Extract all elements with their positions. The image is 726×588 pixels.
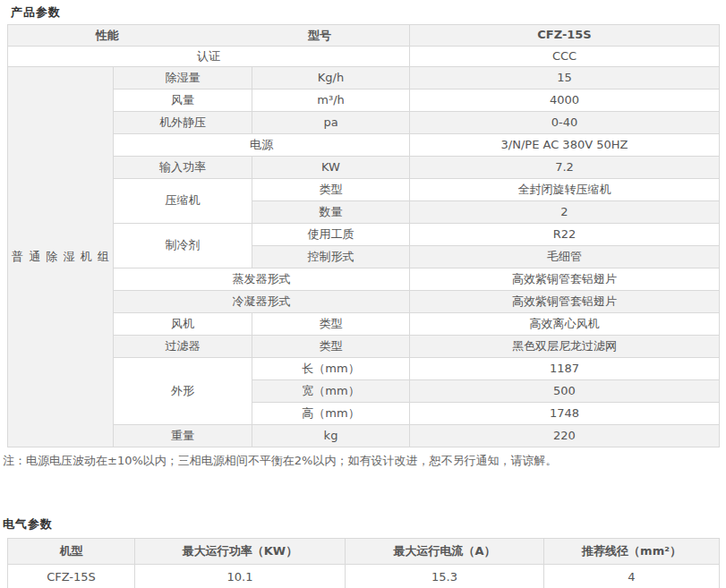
elec-header-max-current: 最大运行电流（A）: [346, 538, 544, 564]
compressor-type-value: 全封闭旋转压缩机: [410, 179, 720, 201]
electrical-header-row: 机型 最大运行功率（KW） 最大运行电流（A） 推荐线径（mm²）: [8, 538, 720, 564]
filter-value: 黑色双层尼龙过滤网: [410, 336, 720, 358]
elec-wire-size-value: 4: [544, 564, 720, 588]
compressor-qty-value: 2: [410, 201, 720, 224]
dims-length-label: 长（mm）: [252, 358, 410, 380]
cert-row: 认证 CCC: [8, 47, 720, 67]
dims-width-value: 500: [410, 380, 720, 403]
compressor-qty-label: 数量: [252, 201, 410, 224]
elec-header-wire-size: 推荐线径（mm²）: [544, 538, 720, 564]
input-power-value: 7.2: [410, 157, 720, 179]
row-weight: 重量 kg 220: [8, 425, 720, 447]
static-pressure-unit: pa: [252, 112, 410, 134]
fan-type-label: 类型: [252, 313, 410, 336]
row-static-pressure: 机外静压 pa 0-40: [8, 112, 720, 134]
elec-max-current-value: 15.3: [346, 564, 544, 588]
electrical-params-table: 机型 最大运行功率（KW） 最大运行电流（A） 推荐线径（mm²） CFZ-15…: [7, 538, 720, 588]
header-model-label: 型号: [308, 28, 331, 42]
condenser-name: 冷凝器形式: [114, 291, 410, 313]
evaporator-value: 高效紫铜管套铝翅片: [410, 268, 720, 291]
row-filter: 过滤器 类型 黑色双层尼龙过滤网: [8, 336, 720, 358]
electrical-data-row: CFZ-15S 10.1 15.3 4: [8, 564, 720, 588]
row-evaporator: 蒸发器形式 高效紫铜管套铝翅片: [8, 268, 720, 291]
dehumid-unit: Kg/h: [252, 67, 410, 89]
condenser-value: 高效紫铜管套铝翅片: [410, 291, 720, 313]
row-compressor-type: 压缩机 类型 全封闭旋转压缩机: [8, 179, 720, 201]
product-params-table: 性能 型号 CFZ-15S 认证 CCC 普 通 除 湿 机 组 整 机 性 能…: [7, 24, 720, 447]
airflow-unit: m³/h: [252, 89, 410, 112]
electrical-params-heading: 电气参数: [3, 516, 726, 533]
fan-value: 高效离心风机: [410, 313, 720, 336]
elec-model-value: CFZ-15S: [8, 564, 135, 588]
vertical-group-label: 普 通 除 湿 机 组 整 机 性 能: [8, 67, 114, 447]
row-airflow: 风量 m³/h 4000: [8, 89, 720, 112]
dims-height-label: 高（mm）: [252, 403, 410, 425]
airflow-value: 4000: [410, 89, 720, 112]
dehumid-value: 15: [410, 67, 720, 89]
cert-label: 认证: [8, 47, 410, 67]
filter-name: 过滤器: [114, 336, 252, 358]
fan-name: 风机: [114, 313, 252, 336]
dimensions-name: 外形: [114, 358, 252, 425]
input-power-unit: KW: [252, 157, 410, 179]
dims-height-value: 1748: [410, 403, 720, 425]
evaporator-name: 蒸发器形式: [114, 268, 410, 291]
row-refrigerant-medium: 制冷剂 使用工质 R22: [8, 224, 720, 246]
row-dehumid: 普 通 除 湿 机 组 整 机 性 能 除湿量 Kg/h 15: [8, 67, 720, 89]
power-supply-name: 电源: [114, 134, 410, 157]
compressor-type-label: 类型: [252, 179, 410, 201]
weight-unit: kg: [252, 425, 410, 447]
table-header-row: 性能 型号 CFZ-15S: [8, 25, 720, 47]
compressor-name: 压缩机: [114, 179, 252, 224]
input-power-name: 输入功率: [114, 157, 252, 179]
refrigerant-name: 制冷剂: [114, 224, 252, 268]
header-model-value: CFZ-15S: [410, 25, 720, 47]
power-supply-value: 3/N/PE AC 380V 50HZ: [410, 134, 720, 157]
airflow-name: 风量: [114, 89, 252, 112]
row-power-supply: 电源 3/N/PE AC 380V 50HZ: [8, 134, 720, 157]
refrigerant-medium-label: 使用工质: [252, 224, 410, 246]
dehumid-name: 除湿量: [114, 67, 252, 89]
product-params-heading: 产品参数: [11, 4, 726, 21]
refrigerant-control-label: 控制形式: [252, 246, 410, 268]
dims-length-value: 1187: [410, 358, 720, 380]
weight-name: 重量: [114, 425, 252, 447]
row-fan: 风机 类型 高效离心风机: [8, 313, 720, 336]
static-pressure-value: 0-40: [410, 112, 720, 134]
page: 产品参数 性能 型号 CFZ-15S 认证 CCC 普 通 除 湿 机 组 整 …: [0, 0, 726, 588]
cert-value: CCC: [410, 47, 720, 67]
elec-header-max-power: 最大运行功率（KW）: [135, 538, 346, 564]
elec-max-power-value: 10.1: [135, 564, 346, 588]
header-performance-label: 性能: [96, 28, 119, 42]
elec-header-model: 机型: [8, 538, 135, 564]
row-input-power: 输入功率 KW 7.2: [8, 157, 720, 179]
weight-value: 220: [410, 425, 720, 447]
refrigerant-control-value: 毛细管: [410, 246, 720, 268]
row-dims-length: 外形 长（mm） 1187: [8, 358, 720, 380]
refrigerant-medium-value: R22: [410, 224, 720, 246]
static-pressure-name: 机外静压: [114, 112, 252, 134]
row-condenser: 冷凝器形式 高效紫铜管套铝翅片: [8, 291, 720, 313]
header-perf-model-cell: 性能 型号: [8, 25, 410, 47]
voltage-note: 注：电源电压波动在±10%以内；三相电源相间不平衡在2%以内；如有设计改进，恕不…: [3, 454, 726, 469]
dims-width-label: 宽（mm）: [252, 380, 410, 403]
filter-type-label: 类型: [252, 336, 410, 358]
